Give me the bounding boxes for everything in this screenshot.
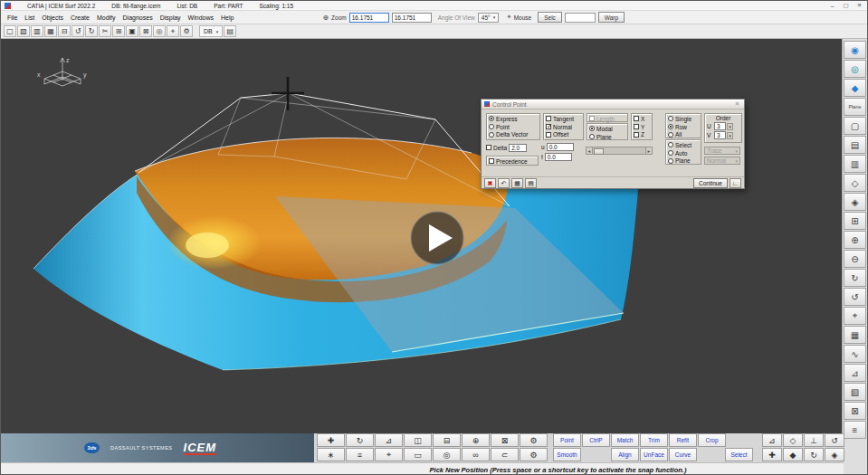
save-icon[interactable]: ▥ — [31, 25, 43, 37]
trim-button[interactable]: Trim — [640, 433, 668, 447]
new-file-icon[interactable]: ▢ — [4, 25, 16, 37]
checkbox-y[interactable]: Y — [634, 123, 650, 131]
twist-tool-icon[interactable]: ∞ — [462, 448, 490, 461]
3d-viewport[interactable]: z x y Control Point ✕ Express Point Delt… — [1, 39, 844, 433]
match-button[interactable]: Match — [611, 433, 639, 447]
selc-button[interactable]: Selc — [538, 12, 562, 23]
axis-y-icon[interactable]: ◇ — [783, 433, 803, 447]
zoom-window-icon[interactable]: ⊞ — [844, 212, 866, 230]
zoom-x-input[interactable] — [349, 13, 389, 23]
settings-icon[interactable]: ⚙ — [180, 25, 193, 37]
align-tool-icon[interactable]: ≡ — [346, 448, 374, 461]
center-view-icon[interactable]: ⌖ — [844, 307, 866, 325]
rotate-ccw-icon[interactable]: ↺ — [844, 288, 866, 306]
checkbox-normal[interactable]: Normal — [546, 123, 581, 131]
radio-plane[interactable]: Plane — [589, 133, 625, 141]
radio-plane-select[interactable]: Plane — [668, 157, 699, 166]
checkbox-precedence[interactable]: Precedence — [489, 157, 536, 166]
save-all-icon[interactable]: ▦ — [44, 25, 57, 37]
zoom-y-input[interactable] — [392, 13, 432, 23]
menu-modify[interactable]: Modify — [93, 14, 119, 22]
move-tool-icon[interactable]: ✚ — [317, 433, 345, 447]
delete-icon[interactable]: ⊠ — [139, 25, 152, 37]
sphere-view-icon[interactable]: ◎ — [844, 60, 866, 78]
crop-button[interactable]: Crop — [698, 433, 726, 447]
checkbox-x[interactable]: X — [634, 115, 650, 123]
table-action-icon[interactable]: ▤ — [525, 178, 537, 188]
db-dropdown[interactable]: DB ▾ — [199, 25, 223, 37]
slider-left-icon[interactable]: ◂ — [586, 147, 593, 155]
refresh-icon[interactable]: ◎ — [153, 25, 166, 37]
align-button[interactable]: Align — [611, 448, 639, 461]
continue-button[interactable]: Continue — [693, 178, 728, 188]
minimize-button[interactable]: – — [826, 2, 838, 10]
delta-value-field[interactable]: 2.0 — [509, 144, 527, 152]
redo-icon[interactable]: ↻ — [85, 25, 98, 37]
snap-z-icon[interactable]: ↻ — [804, 448, 824, 461]
blend-tool-icon[interactable]: ◎ — [433, 448, 461, 461]
checkbox-length[interactable]: Length — [589, 115, 625, 123]
rotate-cw-icon[interactable]: ↻ — [844, 269, 866, 287]
axis-x-icon[interactable]: ⊿ — [762, 433, 782, 447]
checkbox-tangent[interactable]: Tangent — [546, 115, 581, 123]
paste-icon[interactable]: ▣ — [126, 25, 138, 37]
radio-single[interactable]: Single — [668, 115, 699, 123]
zoom-in-icon[interactable]: ⊕ — [844, 231, 866, 249]
t-coordinate-field[interactable]: 0.0 — [545, 153, 572, 161]
clip-plane-icon[interactable]: ⊠ — [844, 402, 866, 420]
cut-icon[interactable]: ✂ — [99, 25, 111, 37]
mesh-display-icon[interactable]: ⊿ — [844, 364, 866, 382]
freeform-tool-icon[interactable]: ∗ — [317, 448, 345, 461]
hatch-display-icon[interactable]: ▧ — [844, 383, 866, 401]
slider-right-icon[interactable]: ▸ — [645, 147, 653, 155]
point-button[interactable]: Point — [553, 433, 581, 447]
order-v-value[interactable]: 3 — [714, 131, 726, 139]
orbit-view-icon[interactable]: ◉ — [844, 41, 866, 59]
menu-diagnoses[interactable]: Diagnoses — [119, 14, 157, 22]
selc-value-field[interactable] — [565, 13, 596, 23]
project-tool-icon[interactable]: ⊕ — [462, 433, 490, 447]
zoom-out-icon[interactable]: ⊖ — [844, 250, 866, 268]
unface-button[interactable]: UnFace — [640, 448, 668, 461]
radio-express[interactable]: Express — [489, 115, 538, 123]
undo-icon[interactable]: ↺ — [72, 25, 84, 37]
radio-auto[interactable]: Auto — [668, 149, 699, 157]
order-u-value[interactable]: 3 — [714, 122, 726, 130]
perspective-view-icon[interactable]: ◈ — [844, 193, 866, 211]
curve-display-icon[interactable]: ∿ — [844, 345, 866, 363]
cancel-button[interactable]: ✖ — [484, 178, 496, 188]
select-button[interactable]: Select — [725, 448, 753, 461]
corner-pin-icon[interactable]: ∟ — [730, 178, 741, 188]
snap-x-icon[interactable]: ✚ — [762, 448, 782, 461]
radio-row[interactable]: Row — [668, 123, 699, 131]
curve-button[interactable]: Curve — [669, 448, 697, 461]
orbit-snap-icon[interactable]: ↺ — [825, 433, 844, 447]
iso-view-icon[interactable]: ◇ — [844, 174, 866, 192]
flatten-tool-icon[interactable]: ▭ — [404, 448, 432, 461]
open-file-icon[interactable]: ▧ — [17, 25, 30, 37]
menu-windows[interactable]: Windows — [185, 14, 217, 22]
plane-view-button[interactable]: Plane — [844, 98, 866, 116]
slider-thumb[interactable] — [594, 148, 604, 155]
link-tool-icon[interactable]: ⊂ — [491, 448, 519, 461]
checkbox-z[interactable]: Z — [634, 131, 650, 139]
menu-list[interactable]: List — [21, 14, 38, 22]
radio-delta-vector[interactable]: Delta Vector — [489, 131, 538, 139]
layer-list-icon[interactable]: ≡ — [844, 421, 866, 439]
front-view-icon[interactable]: ▤ — [844, 136, 866, 154]
view-cube-icon[interactable]: ◈ — [825, 448, 844, 461]
menu-objects[interactable]: Objects — [38, 14, 67, 22]
refit-button[interactable]: Refit — [669, 433, 697, 447]
menu-file[interactable]: File — [4, 14, 21, 22]
offset-tool-icon[interactable]: ⊟ — [433, 433, 461, 447]
maximize-button[interactable]: ▢ — [840, 2, 852, 10]
snap-tool-icon[interactable]: ⌖ — [375, 448, 403, 461]
normal-dropdown[interactable]: Normal ▾ — [704, 157, 740, 165]
shaded-view-icon[interactable]: ◆ — [844, 79, 866, 97]
close-button[interactable]: ✕ — [854, 2, 865, 10]
slider-track[interactable] — [593, 147, 645, 155]
menu-help[interactable]: Help — [217, 14, 237, 22]
checkbox-delta[interactable]: Delta — [486, 144, 507, 152]
view-list-icon[interactable]: ▤ — [224, 25, 236, 37]
print-icon[interactable]: ⊟ — [58, 25, 71, 37]
